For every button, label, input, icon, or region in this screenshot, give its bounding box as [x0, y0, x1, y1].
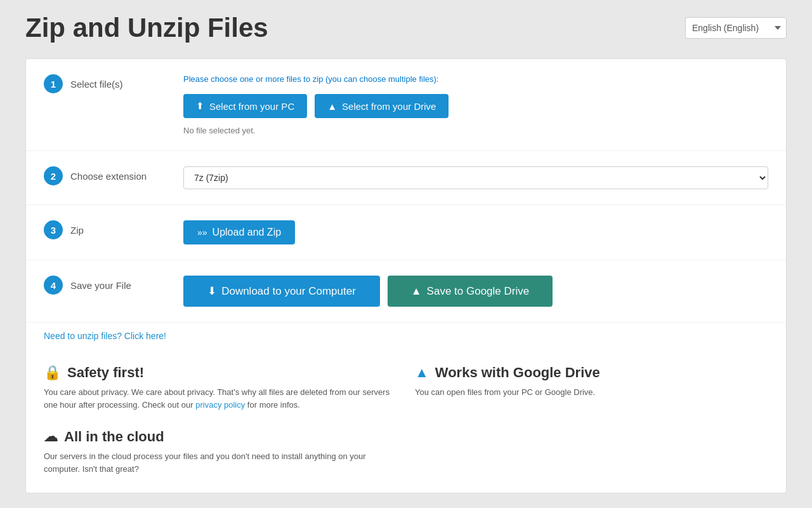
select-pc-button[interactable]: ⬆ Select from your PC	[183, 94, 307, 118]
step-4-content: ⬇ Download to your Computer ▲ Save to Go…	[183, 276, 768, 307]
step-1-instruction: Please choose one or more files to zip (…	[183, 74, 768, 84]
select-pc-label: Select from your PC	[209, 101, 294, 112]
steps-area: 1 Select file(s) Please choose one or mo…	[26, 59, 786, 322]
step-2-row: 2 Choose extension 7z (7zip) zip tar.gz …	[26, 151, 786, 205]
feature-safety-title: 🔒 Safety first!	[44, 364, 397, 381]
save-btn-row: ⬇ Download to your Computer ▲ Save to Go…	[183, 276, 768, 307]
download-icon: ⬇	[207, 284, 216, 298]
feature-cloud-desc: Our servers in the cloud process your fi…	[44, 450, 397, 475]
feature-cloud-title: ☁ All in the cloud	[44, 429, 397, 445]
download-computer-button[interactable]: ⬇ Download to your Computer	[183, 276, 380, 307]
upload-zip-label: Upload and Zip	[213, 227, 282, 238]
step-1-left: 1 Select file(s)	[44, 74, 183, 93]
drive-icon-save: ▲	[411, 285, 422, 298]
step-4-left: 4 Save your File	[44, 276, 183, 295]
step-3-content: »» Upload and Zip	[183, 220, 768, 244]
features-section: 🔒 Safety first! You care about privacy. …	[26, 352, 786, 493]
step-1-content: Please choose one or more files to zip (…	[183, 74, 768, 135]
google-drive-icon: ▲	[415, 364, 429, 381]
select-drive-button[interactable]: ▲ Select from your Drive	[315, 94, 449, 118]
step-4-row: 4 Save your File ⬇ Download to your Comp…	[26, 260, 786, 322]
language-select[interactable]: English (English) Deutsch (German) Españ…	[685, 17, 787, 39]
unzip-link-row: Need to unzip files? Click here!	[26, 322, 786, 352]
step-3-label: Zip	[70, 225, 84, 236]
select-drive-label: Select from your Drive	[342, 101, 436, 112]
upload-zip-button[interactable]: »» Upload and Zip	[183, 220, 295, 244]
step-1-row: 1 Select file(s) Please choose one or mo…	[26, 59, 786, 151]
save-drive-label: Save to Google Drive	[427, 285, 530, 298]
extension-select[interactable]: 7z (7zip) zip tar.gz tar.bz2 tar	[183, 166, 768, 189]
step-4-badge: 4	[44, 276, 63, 295]
cloud-icon: ☁	[44, 429, 58, 445]
drive-icon-select: ▲	[327, 101, 337, 112]
save-drive-button[interactable]: ▲ Save to Google Drive	[388, 276, 553, 307]
step-2-left: 2 Choose extension	[44, 166, 183, 185]
feature-cloud: ☁ All in the cloud Our servers in the cl…	[44, 429, 397, 475]
download-label: Download to your Computer	[221, 285, 356, 298]
no-file-text: No file selected yet.	[183, 126, 768, 135]
step-2-badge: 2	[44, 166, 63, 185]
privacy-policy-link[interactable]: privacy policy	[195, 400, 245, 410]
page-title: Zip and Unzip Files	[25, 13, 268, 43]
unzip-link[interactable]: Need to unzip files? Click here!	[44, 331, 166, 341]
step-2-label: Choose extension	[70, 171, 147, 182]
feature-drive-desc: You can open files from your PC or Googl…	[415, 386, 768, 399]
step-4-label: Save your File	[70, 280, 131, 291]
feature-safety: 🔒 Safety first! You care about privacy. …	[44, 364, 397, 411]
step-3-row: 3 Zip »» Upload and Zip	[26, 205, 786, 260]
step-1-badge: 1	[44, 74, 63, 93]
step-1-btn-row: ⬆ Select from your PC ▲ Select from your…	[183, 94, 768, 118]
double-arrow-icon: »»	[197, 227, 207, 237]
main-card: 1 Select file(s) Please choose one or mo…	[25, 58, 787, 493]
step-3-left: 3 Zip	[44, 220, 183, 239]
upload-icon: ⬆	[196, 100, 204, 112]
feature-safety-desc: You care about privacy. We care about pr…	[44, 386, 397, 411]
lock-icon: 🔒	[44, 364, 61, 381]
step-2-content: 7z (7zip) zip tar.gz tar.bz2 tar	[183, 166, 768, 189]
step-3-badge: 3	[44, 220, 63, 239]
step-1-label: Select file(s)	[70, 79, 123, 90]
feature-drive-title: ▲ Works with Google Drive	[415, 364, 768, 381]
feature-drive: ▲ Works with Google Drive You can open f…	[415, 364, 768, 411]
